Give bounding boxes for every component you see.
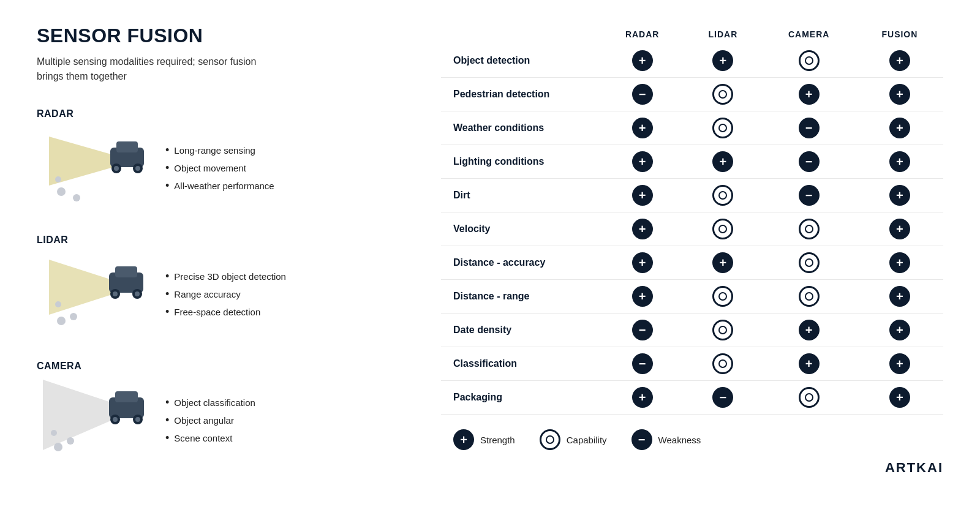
- feature-name-9: Classification: [441, 347, 600, 381]
- svg-point-1: [57, 187, 66, 196]
- col-lidar: LIDAR: [684, 24, 761, 44]
- cell-fusion-9: +: [856, 347, 943, 381]
- icon-strength: +: [889, 252, 910, 273]
- icon-capability: [712, 353, 733, 374]
- svg-point-2: [73, 194, 80, 201]
- legend-strength-icon: +: [453, 429, 474, 450]
- radar-section: RADAR: [37, 108, 417, 216]
- main-title: SENSOR FUSION: [37, 24, 417, 47]
- icon-weakness: −: [632, 353, 653, 374]
- feature-name-2: Weather conditions: [441, 111, 600, 145]
- cell-lidar-9: [684, 347, 761, 381]
- table-row: Distance - range + +: [441, 280, 943, 314]
- table-row: Distance - accuracy + + +: [441, 246, 943, 280]
- svg-point-11: [57, 317, 66, 325]
- table-header-row: RADAR LIDAR CAMERA FUSION: [441, 24, 943, 44]
- cell-camera-1: +: [761, 78, 856, 111]
- feature-name-3: Lighting conditions: [441, 145, 600, 179]
- icon-weakness: −: [632, 320, 653, 340]
- icon-strength: +: [712, 151, 733, 172]
- comparison-table: RADAR LIDAR CAMERA FUSION Object detecti…: [441, 24, 943, 415]
- feature-name-4: Dirt: [441, 179, 600, 212]
- right-panel: RADAR LIDAR CAMERA FUSION Object detecti…: [441, 24, 943, 487]
- table-row: Weather conditions + − +: [441, 111, 943, 145]
- svg-point-19: [135, 291, 140, 296]
- icon-strength: +: [632, 185, 653, 206]
- cell-lidar-8: [684, 314, 761, 347]
- svg-point-22: [67, 437, 74, 445]
- legend-capability-inner: [546, 435, 554, 444]
- feature-name-0: Object detection: [441, 44, 600, 78]
- cell-radar-10: +: [600, 381, 684, 415]
- radar-bullet-3: All-weather performance: [165, 179, 274, 192]
- icon-capability-inner: [805, 225, 813, 233]
- cell-lidar-0: +: [684, 44, 761, 78]
- icon-strength: +: [632, 252, 653, 273]
- lidar-bullets: Precise 3D object detection Range accura…: [165, 270, 286, 323]
- camera-visual: [37, 377, 159, 468]
- icon-capability: [799, 252, 820, 273]
- artkai-brand: ARTKAI: [441, 460, 943, 476]
- legend-row: + Strength Capability − Weakness: [441, 429, 943, 450]
- cell-fusion-4: +: [856, 179, 943, 212]
- legend-strength-label: Strength: [480, 435, 515, 445]
- legend-strength: + Strength: [453, 429, 515, 450]
- legend-weakness: − Weakness: [631, 429, 701, 450]
- cell-radar-4: +: [600, 179, 684, 212]
- table-row: Classification − + +: [441, 347, 943, 381]
- cell-fusion-1: +: [856, 78, 943, 111]
- icon-capability-inner: [718, 225, 727, 233]
- cell-fusion-10: +: [856, 381, 943, 415]
- icon-capability: [799, 219, 820, 239]
- icon-strength: +: [889, 219, 910, 239]
- cell-fusion-5: +: [856, 212, 943, 246]
- camera-bullets: Object classification Object angular Sce…: [165, 396, 255, 449]
- lidar-visual: [37, 250, 159, 342]
- lidar-title: LIDAR: [37, 235, 417, 246]
- cell-lidar-7: [684, 280, 761, 314]
- cell-camera-3: −: [761, 145, 856, 179]
- icon-strength: +: [889, 286, 910, 307]
- cell-camera-10: [761, 381, 856, 415]
- icon-capability-inner: [718, 191, 727, 200]
- cell-lidar-3: +: [684, 145, 761, 179]
- cell-camera-6: [761, 246, 856, 280]
- feature-name-6: Distance - accuracy: [441, 246, 600, 280]
- icon-capability: [712, 84, 733, 105]
- cell-lidar-10: −: [684, 381, 761, 415]
- icon-strength: +: [799, 353, 820, 374]
- icon-capability: [799, 286, 820, 307]
- camera-content: Object classification Object angular Sce…: [37, 377, 417, 468]
- cell-fusion-6: +: [856, 246, 943, 280]
- icon-weakness: −: [799, 185, 820, 206]
- feature-name-10: Packaging: [441, 381, 600, 415]
- cell-fusion-3: +: [856, 145, 943, 179]
- radar-visual: [37, 124, 159, 216]
- camera-title: CAMERA: [37, 361, 417, 372]
- icon-capability: [799, 387, 820, 408]
- icon-capability: [712, 118, 733, 138]
- lidar-bullet-2: Range accuracy: [165, 288, 286, 301]
- svg-point-23: [51, 430, 57, 436]
- icon-strength: +: [889, 50, 910, 71]
- svg-point-28: [113, 417, 118, 422]
- table-row: Object detection + + +: [441, 44, 943, 78]
- icon-strength: +: [889, 353, 910, 374]
- cell-camera-4: −: [761, 179, 856, 212]
- cell-fusion-2: +: [856, 111, 943, 145]
- icon-weakness: −: [799, 118, 820, 138]
- radar-bullet-2: Object movement: [165, 162, 274, 175]
- icon-capability-inner: [805, 393, 813, 402]
- cell-lidar-5: [684, 212, 761, 246]
- page-container: SENSOR FUSION Multiple sensing modalitie…: [37, 24, 943, 487]
- icon-capability: [712, 185, 733, 206]
- cell-radar-9: −: [600, 347, 684, 381]
- cell-radar-2: +: [600, 111, 684, 145]
- cell-radar-5: +: [600, 212, 684, 246]
- icon-strength: +: [632, 387, 653, 408]
- feature-name-5: Velocity: [441, 212, 600, 246]
- lidar-content: Precise 3D object detection Range accura…: [37, 250, 417, 342]
- camera-bullet-1: Object classification: [165, 396, 255, 409]
- cell-lidar-1: [684, 78, 761, 111]
- icon-strength: +: [799, 320, 820, 340]
